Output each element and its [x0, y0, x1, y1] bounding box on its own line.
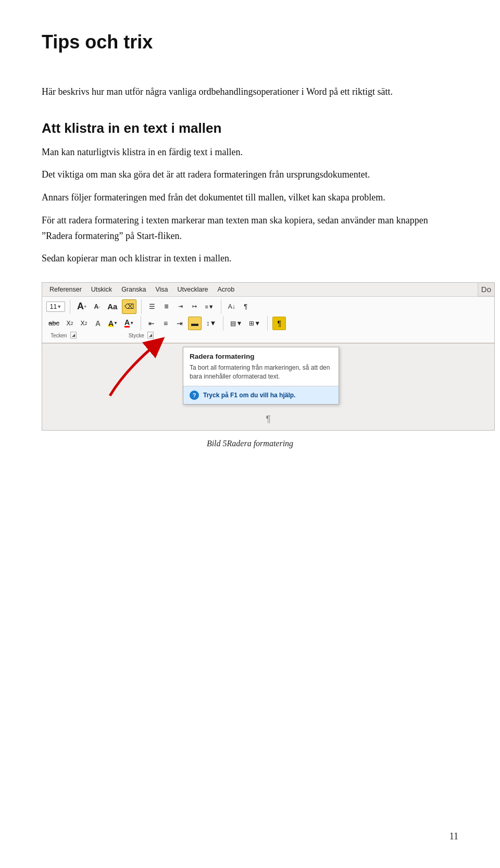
- align-justify-button[interactable]: ▬: [188, 317, 202, 330]
- clear-formatting-icon: ⌫: [124, 303, 134, 310]
- font-size-dropdown-icon[interactable]: ▼: [57, 304, 61, 309]
- font-color-dropdown-icon[interactable]: ▼: [130, 321, 134, 325]
- font-color-button[interactable]: A ▼: [122, 318, 136, 329]
- body-paragraph-3: Annars följer formateringen med från det…: [42, 190, 458, 206]
- word-screenshot: Do Referenser Utskick Granska Visa Utvec…: [42, 282, 495, 431]
- paragraph-mark-icon: ¶: [277, 319, 281, 328]
- font-size-box[interactable]: 11 ▼: [46, 301, 65, 312]
- corner-label: Do: [478, 283, 494, 296]
- page-number: 11: [449, 831, 458, 842]
- numbered-list-button[interactable]: ≣: [160, 301, 172, 312]
- strikethrough-button[interactable]: abc: [46, 318, 61, 329]
- menu-item-granska[interactable]: Granska: [121, 286, 146, 293]
- bullet-list-button[interactable]: ☰: [146, 301, 158, 312]
- menu-item-visa[interactable]: Visa: [155, 286, 168, 293]
- highlight-icon: A: [108, 320, 114, 327]
- menu-item-utvecklare[interactable]: Utvecklare: [177, 286, 208, 293]
- divider-5: [223, 316, 223, 331]
- body-paragraph-1: Man kan naturligtvis klistra in en färdi…: [42, 145, 458, 160]
- align-left-button[interactable]: ⇤: [146, 318, 157, 329]
- borders-button[interactable]: ⊞▼: [247, 318, 262, 329]
- text-effects-button[interactable]: A: [92, 318, 104, 329]
- tooltip-title: Radera formatering: [183, 347, 339, 363]
- highlight-color-button[interactable]: A ▼: [106, 318, 120, 329]
- font-color-icon: A: [124, 319, 130, 328]
- divider-2: [141, 299, 142, 314]
- tooltip-help-text: Tryck på F1 om du vill ha hjälp.: [203, 392, 295, 399]
- tooltip-popup: Radera formatering Ta bort all formateri…: [183, 347, 339, 405]
- toolbar-row-1: 11 ▼ A+ A- Aa ⌫ ☰: [46, 299, 490, 314]
- superscript-button[interactable]: X2: [78, 318, 90, 329]
- para-mark-bottom: ¶: [42, 410, 494, 430]
- align-right-button[interactable]: ⇥: [174, 318, 185, 329]
- font-grow-icon: A: [77, 301, 84, 312]
- text-effects-icon: A: [95, 319, 101, 328]
- highlight-dropdown-icon[interactable]: ▼: [114, 321, 118, 325]
- divider-4: [141, 316, 141, 331]
- clear-formatting-button[interactable]: ⌫: [122, 299, 136, 314]
- font-shrink-button[interactable]: A-: [91, 301, 103, 312]
- stycke-label: Stycke: [129, 333, 144, 338]
- image-caption: Bild 5Radera formatering: [42, 439, 458, 448]
- body-paragraph-2: Det viktiga om man ska göra det är att r…: [42, 167, 458, 183]
- section-title: Att klistra in en text i mallen: [42, 120, 458, 136]
- superscript-icon: 2: [84, 321, 87, 326]
- paragraph-mark-button[interactable]: ¶: [272, 317, 286, 330]
- shading-button[interactable]: ▤▼: [228, 318, 244, 329]
- divider-3: [221, 299, 221, 314]
- menu-item-utskick[interactable]: Utskick: [91, 286, 112, 293]
- toolbar-row-2: abc X2 X2 A A ▼: [46, 316, 490, 331]
- font-shrink-icon: A: [94, 303, 98, 310]
- help-icon: ?: [190, 391, 199, 400]
- stycke-expand-icon[interactable]: ◢: [147, 332, 154, 338]
- indent-list-button[interactable]: ⇥: [174, 301, 186, 312]
- tooltip-description: Ta bort all formatering från markeringen…: [183, 363, 339, 386]
- align-center-button[interactable]: ≡: [160, 318, 171, 329]
- divider-1: [70, 299, 70, 314]
- menu-item-acrob[interactable]: Acrob: [218, 286, 235, 293]
- numbered-list-icon: ≣: [164, 303, 169, 310]
- word-menu-bar: Referenser Utskick Granska Visa Utveckla…: [42, 283, 494, 297]
- sort-button[interactable]: A↓: [226, 301, 238, 312]
- body-paragraph-5: Sedan kopierar man och klistrar in texte…: [42, 251, 458, 267]
- tecken-label: Tecken: [51, 333, 67, 338]
- font-grow-button[interactable]: A+: [75, 301, 89, 312]
- group-labels-row: Tecken ◢ Stycke ◢: [46, 331, 490, 341]
- intro-paragraph: Här beskrivs hur man utför några vanliga…: [42, 84, 458, 99]
- decrease-indent-button[interactable]: ↦: [189, 301, 200, 312]
- tooltip-help: ? Tryck på F1 om du vill ha hjälp.: [183, 386, 339, 404]
- subscript-button[interactable]: X2: [64, 318, 76, 329]
- menu-item-referencer[interactable]: Referenser: [49, 286, 82, 293]
- font-size-value: 11: [50, 303, 57, 310]
- body-paragraph-4: För att radera formatering i texten mark…: [42, 213, 458, 244]
- show-formatting-button[interactable]: ¶: [240, 301, 252, 312]
- word-toolbar: 11 ▼ A+ A- Aa ⌫ ☰: [42, 297, 494, 344]
- change-case-button[interactable]: Aa: [105, 301, 119, 312]
- line-spacing-button[interactable]: ↕▼: [204, 318, 218, 329]
- page-title: Tips och trix: [42, 31, 458, 53]
- tecken-expand-icon[interactable]: ◢: [70, 332, 77, 338]
- strikethrough-icon: abc: [48, 319, 59, 327]
- divider-6: [267, 316, 268, 331]
- subscript-icon: 2: [70, 321, 73, 326]
- multilevel-list-button[interactable]: ≡▼: [203, 301, 216, 312]
